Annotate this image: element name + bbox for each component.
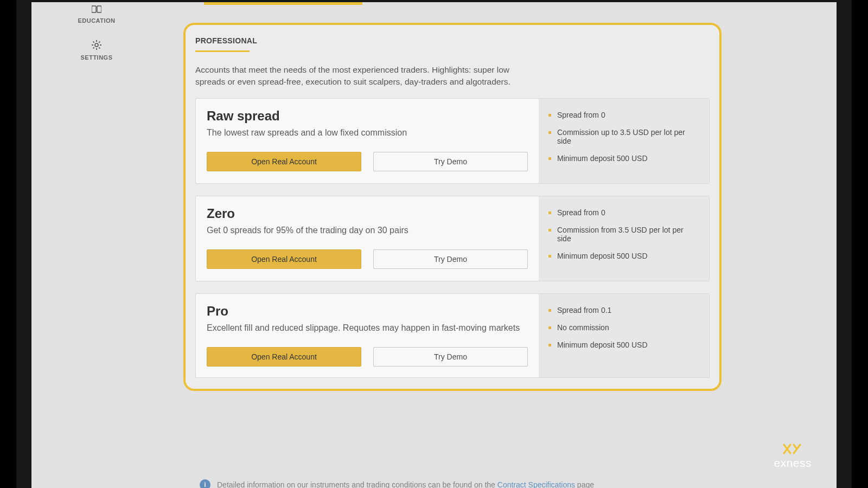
device-frame: EDUCATION SETTINGS PROFESSIONAL Accounts… [16, 0, 852, 488]
card-subtitle: Get 0 spreads for 95% of the trading day… [207, 226, 528, 235]
svg-line-7 [93, 42, 94, 43]
feature-item: No commission [548, 323, 699, 332]
footer-suffix: page [577, 480, 594, 488]
feature-item: Commission from 3.5 USD per lot per side [548, 226, 699, 243]
open-real-account-button[interactable]: Open Real Account [207, 249, 361, 269]
book-icon [31, 5, 162, 15]
gear-icon [31, 40, 162, 52]
svg-rect-1 [97, 6, 101, 12]
footer-text: Detailed information on our instruments … [217, 480, 594, 488]
svg-line-9 [93, 47, 94, 48]
card-features: Spread from 0.1 No commission Minimum de… [539, 294, 709, 377]
card-zero: Zero Get 0 spreads for 95% of the tradin… [195, 196, 710, 281]
try-demo-button[interactable]: Try Demo [373, 249, 528, 269]
card-title: Zero [207, 206, 528, 221]
brand-name: exness [774, 457, 812, 470]
modal-header: PROFESSIONAL [186, 36, 719, 56]
card-pro: Pro Excellent fill and reduced slippage.… [195, 293, 710, 378]
card-features: Spread from 0 Commission from 3.5 USD pe… [539, 196, 709, 281]
info-icon: i [200, 479, 210, 488]
background-button-fragment [204, 1, 362, 5]
card-raw-spread: Raw spread The lowest raw spreads and a … [195, 98, 710, 184]
feature-item: Spread from 0.1 [548, 306, 699, 314]
card-actions: Open Real Account Try Demo [207, 152, 528, 171]
try-demo-button[interactable]: Try Demo [373, 152, 528, 171]
try-demo-button[interactable]: Try Demo [373, 347, 528, 367]
open-real-account-button[interactable]: Open Real Account [207, 152, 361, 171]
card-subtitle: The lowest raw spreads and a low fixed c… [207, 128, 528, 138]
app-screen: EDUCATION SETTINGS PROFESSIONAL Accounts… [31, 2, 837, 488]
sidebar-item-education[interactable]: EDUCATION [31, 3, 162, 31]
card-body: Pro Excellent fill and reduced slippage.… [196, 294, 539, 377]
feature-item: Commission up to 3.5 USD per lot per sid… [548, 128, 699, 145]
footer-note: i Detailed information on our instrument… [200, 479, 594, 488]
sidebar-item-settings[interactable]: SETTINGS [31, 31, 162, 68]
footer-prefix: Detailed information on our instruments … [217, 480, 497, 488]
account-types-modal: PROFESSIONAL Accounts that meet the need… [183, 23, 722, 391]
svg-line-10 [99, 42, 100, 43]
svg-rect-0 [92, 6, 96, 12]
card-body: Raw spread The lowest raw spreads and a … [196, 99, 539, 183]
card-actions: Open Real Account Try Demo [207, 249, 528, 269]
sidebar-item-label: SETTINGS [80, 54, 112, 61]
feature-item: Minimum deposit 500 USD [548, 252, 699, 260]
card-body: Zero Get 0 spreads for 95% of the tradin… [196, 196, 539, 281]
card-title: Raw spread [207, 108, 528, 124]
exness-icon [782, 442, 803, 455]
card-subtitle: Excellent fill and reduced slippage. Req… [207, 323, 528, 333]
modal-description: Accounts that meet the needs of the most… [186, 56, 554, 98]
card-actions: Open Real Account Try Demo [207, 347, 528, 367]
svg-point-2 [95, 43, 98, 47]
card-features: Spread from 0 Commission up to 3.5 USD p… [539, 99, 709, 183]
card-title: Pro [207, 304, 528, 319]
tab-professional[interactable]: PROFESSIONAL [195, 36, 250, 52]
svg-line-8 [99, 47, 100, 48]
sidebar: EDUCATION SETTINGS [31, 2, 162, 488]
contract-specifications-link[interactable]: Contract Specifications [497, 480, 575, 488]
brand-logo: exness [774, 442, 812, 470]
sidebar-item-label: EDUCATION [78, 17, 115, 24]
feature-item: Spread from 0 [548, 208, 699, 217]
cards-container: Raw spread The lowest raw spreads and a … [186, 98, 719, 378]
feature-item: Minimum deposit 500 USD [548, 154, 699, 163]
feature-item: Spread from 0 [548, 111, 699, 119]
feature-item: Minimum deposit 500 USD [548, 341, 699, 349]
open-real-account-button[interactable]: Open Real Account [207, 347, 361, 367]
